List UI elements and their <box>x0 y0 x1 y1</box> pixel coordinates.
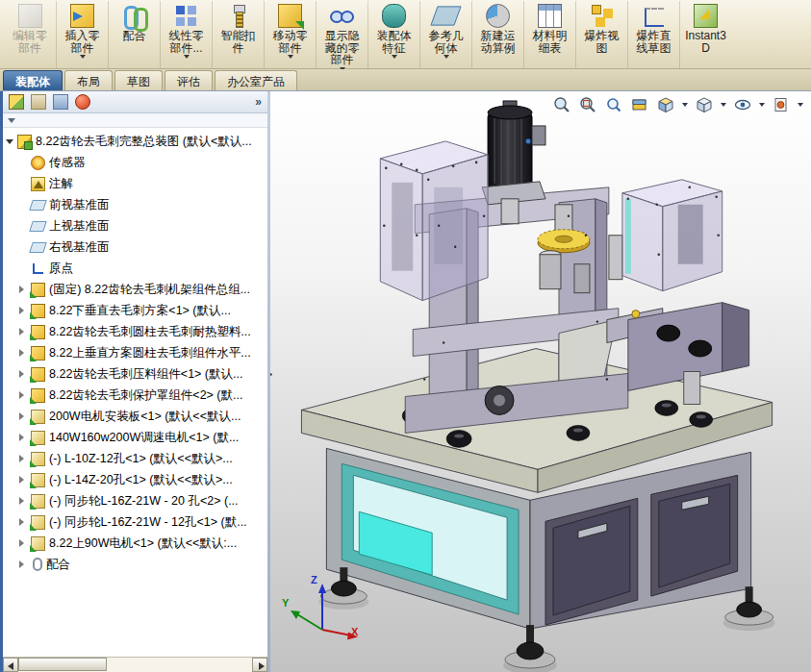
tree-item-icon <box>29 242 47 253</box>
expand-arrow-icon[interactable] <box>19 560 30 568</box>
magnifier-icon[interactable] <box>604 95 623 114</box>
tree-item[interactable]: 原点 <box>19 258 267 279</box>
hide-show-items-icon[interactable] <box>733 95 752 114</box>
expand-arrow-icon[interactable] <box>19 286 30 293</box>
tree-item[interactable]: 8.22齿轮去毛刺圆柱去毛刺耐热塑料... <box>19 321 267 342</box>
expand-arrow-icon[interactable] <box>19 370 30 378</box>
tree-horizontal-scrollbar[interactable] <box>3 657 267 672</box>
ribbon-button-label: 编辑零部件 <box>8 30 52 54</box>
configuration-manager-tab-icon[interactable] <box>53 94 68 110</box>
tree-item-icon <box>31 494 45 509</box>
ribbon-button-label: 装配体特征 <box>372 30 416 54</box>
ribbon-button-edit-component[interactable]: 编辑零部件 <box>4 1 56 68</box>
expand-arrow-icon[interactable] <box>19 539 30 547</box>
tree-item-icon <box>31 515 45 530</box>
section-view-icon[interactable] <box>630 95 649 114</box>
ribbon-button-icon <box>70 4 94 28</box>
panel-overflow-chevron[interactable]: » <box>255 95 262 109</box>
ribbon-button-assembly-features[interactable]: 装配体特征 <box>367 1 419 68</box>
tree-item[interactable]: 配合 <box>19 554 267 575</box>
expand-arrow-icon[interactable] <box>19 476 30 484</box>
scroll-track[interactable] <box>18 658 252 672</box>
ribbon-button-show-hidden-components[interactable]: 显示隐藏的零部件 <box>316 1 367 68</box>
tree-item-icon <box>17 135 32 149</box>
scroll-right-button[interactable] <box>252 658 267 672</box>
tree-item-label: 8.22齿轮去毛刺保护罩组件<2> (默... <box>49 387 242 404</box>
ribbon-button-icon <box>486 4 510 28</box>
appearances-icon[interactable] <box>772 95 791 114</box>
ribbon-button-mate[interactable]: 配合 <box>108 1 160 68</box>
tree-item[interactable]: 8.22齿轮去毛刺保护罩组件<2> (默... <box>19 385 267 406</box>
ribbon-button-insert-component[interactable]: 插入零部件 <box>56 1 108 68</box>
ribbon-button-exploded-view[interactable]: 爆炸视图 <box>575 1 627 68</box>
tree-item[interactable]: 8.22上垂直方案圆柱去毛刺组件水平... <box>19 342 267 363</box>
appearances-dropdown-icon[interactable] <box>798 103 803 107</box>
tree-item[interactable]: 右视基准面 <box>19 236 267 258</box>
expand-arrow-icon[interactable] <box>6 139 16 144</box>
tab-office-products[interactable]: 办公室产品 <box>215 70 297 90</box>
tree-item-icon <box>31 156 45 170</box>
ribbon-button-linear-component-pattern[interactable]: 线性零部件... <box>160 1 212 68</box>
ribbon-button-new-motion-study[interactable]: 新建运动算例 <box>471 1 523 68</box>
tab-layout[interactable]: 布局 <box>64 70 113 90</box>
property-manager-tab-icon[interactable] <box>31 94 46 110</box>
zoom-fit-icon[interactable] <box>552 95 571 114</box>
ribbon-button-smart-fasteners[interactable]: 智能扣件 <box>212 1 264 68</box>
machine-3d-model[interactable] <box>270 91 811 672</box>
ribbon-button-label: 爆炸直线草图 <box>632 30 675 54</box>
tree-item[interactable]: 8.22下垂直去毛刺方案<1> (默认... <box>19 300 267 321</box>
tree-item[interactable]: 8.22齿轮去毛刺压料组件<1> (默认... <box>19 363 267 385</box>
expand-arrow-icon[interactable] <box>19 349 30 357</box>
scroll-left-button[interactable] <box>3 658 18 672</box>
tree-item[interactable]: (-) 同步轮L-16Z-21W - 12孔<1> (默... <box>19 511 267 533</box>
expand-arrow-icon[interactable] <box>19 412 30 420</box>
filter-dropdown-icon[interactable] <box>8 118 15 123</box>
tree-item[interactable]: (-) 同步轮L-16Z-21W - 20 孔<2> (... <box>19 490 267 511</box>
ribbon-button-bill-of-materials[interactable]: 材料明细表 <box>523 1 575 68</box>
ribbon-button-icon <box>430 7 461 26</box>
graphics-area[interactable]: Y Z X <box>270 91 811 672</box>
tree-item[interactable]: 200W电机安装板<1> (默认<<默认... <box>19 406 267 427</box>
expand-arrow-icon[interactable] <box>19 391 30 399</box>
expand-arrow-icon[interactable] <box>19 434 30 441</box>
expand-arrow-icon[interactable] <box>19 497 30 505</box>
ribbon-button-instant3d[interactable]: Instant3D <box>679 1 731 68</box>
appearances-tab-icon[interactable] <box>75 94 90 110</box>
tree-item[interactable]: 140W160w200W调速电机<1> (默... <box>19 427 267 448</box>
tree-item-label: 前视基准面 <box>49 197 110 213</box>
tab-sketch[interactable]: 草图 <box>114 70 163 90</box>
tree-item[interactable]: (-) L-14Z-20孔<1> (默认<<默认>... <box>19 469 267 490</box>
expand-arrow-icon[interactable] <box>19 328 30 336</box>
display-style-icon[interactable] <box>695 95 714 114</box>
scroll-thumb[interactable] <box>18 658 107 671</box>
tab-assembly[interactable]: 装配体 <box>3 70 63 90</box>
solidworks-window: 编辑零部件 插入零部件 配合 线性零部件... <box>0 0 811 672</box>
tree-item[interactable]: (固定) 8.22齿轮去毛刺机架组件总组... <box>19 279 267 300</box>
view-orientation-icon[interactable] <box>656 95 675 114</box>
expand-arrow-icon[interactable] <box>19 455 30 462</box>
tree-item[interactable]: 注解 <box>19 173 267 194</box>
view-orientation-dropdown-icon[interactable] <box>682 103 688 107</box>
ribbon-button-label: 新建运动算例 <box>476 30 520 54</box>
ribbon-button-explode-line-sketch[interactable]: 爆炸直线草图 <box>627 1 679 68</box>
tree-item[interactable]: 上视基准面 <box>19 215 267 236</box>
tree-item-label: 8.22齿轮去毛刺压料组件<1> (默认... <box>49 366 242 383</box>
tab-evaluate[interactable]: 评估 <box>165 70 213 90</box>
tree-item-label: 200W电机安装板<1> (默认<<默认... <box>49 409 241 425</box>
tree-item[interactable]: (-) L-10Z-12孔<1> (默认<<默认>... <box>19 448 267 469</box>
display-style-dropdown-icon[interactable] <box>721 103 726 107</box>
tree-item[interactable]: 8.22上90W电机<1> (默认<<默认:... <box>19 533 267 554</box>
tree-item-label: (-) 同步轮L-16Z-21W - 20 孔<2> (... <box>49 493 239 510</box>
feature-manager-panel: » 8.22齿轮去毛刺完整总装图 (默认<默认... 传 <box>0 91 267 672</box>
feature-manager-tab-icon[interactable] <box>9 94 24 110</box>
expand-arrow-icon[interactable] <box>19 518 30 526</box>
tree-item[interactable]: 前视基准面 <box>19 194 267 215</box>
expand-arrow-icon[interactable] <box>19 307 30 314</box>
zoom-area-icon[interactable] <box>578 95 597 114</box>
tree-item[interactable]: 8.22齿轮去毛刺完整总装图 (默认<默认... <box>6 131 267 152</box>
ribbon-button-move-component[interactable]: 移动零部件 <box>264 1 316 68</box>
ribbon-button-reference-geometry[interactable]: 参考几何体 <box>419 1 471 68</box>
tree-item-label: 8.22齿轮去毛刺完整总装图 (默认<默认... <box>36 134 252 150</box>
hide-show-items-dropdown-icon[interactable] <box>759 103 765 107</box>
tree-item[interactable]: 传感器 <box>19 152 267 173</box>
